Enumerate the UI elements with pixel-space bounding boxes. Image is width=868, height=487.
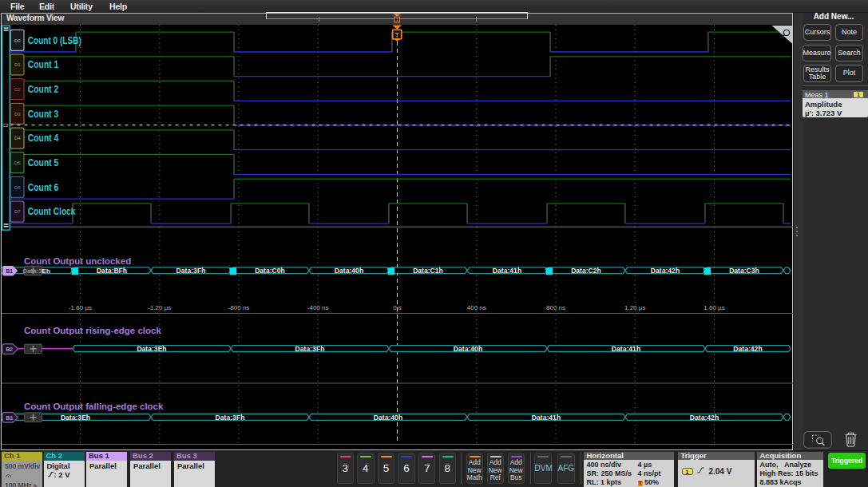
svg-text:Data:42h: Data:42h	[733, 344, 762, 352]
svg-text:D2: D2	[14, 86, 21, 91]
svg-text:D7: D7	[14, 209, 21, 214]
svg-text:-1.60 µs: -1.60 µs	[69, 303, 92, 311]
svg-text:D6: D6	[14, 184, 21, 189]
svg-text:Count 4: Count 4	[28, 132, 59, 144]
svg-text:-1.20 µs: -1.20 µs	[148, 303, 171, 311]
svg-text:Data:42h: Data:42h	[651, 267, 680, 275]
svg-text:D5: D5	[14, 160, 21, 164]
svg-text:Data:C0h: Data:C0h	[255, 267, 285, 275]
svg-text:Count 0 (LSB): Count 0 (LSB)	[28, 34, 81, 46]
svg-text:Data:3Fh: Data:3Fh	[295, 344, 325, 352]
svg-text:Data:3Fh: Data:3Fh	[176, 267, 206, 275]
svg-text:T: T	[395, 30, 400, 38]
svg-text:Count 1: Count 1	[28, 58, 59, 70]
svg-text:Count Output rising-edge clock: Count Output rising-edge clock	[24, 325, 161, 335]
svg-text:0 s: 0 s	[393, 303, 402, 311]
svg-text:Data:C1h: Data:C1h	[413, 267, 443, 275]
svg-text:Data:BFh: Data:BFh	[97, 267, 127, 275]
svg-text:D1: D1	[14, 62, 21, 67]
svg-text:-800 ns: -800 ns	[228, 303, 250, 311]
svg-text:Data:40h: Data:40h	[454, 344, 482, 352]
svg-text:D4: D4	[14, 136, 21, 141]
svg-text:Data:40h: Data:40h	[374, 413, 402, 421]
svg-text:Data:40h: Data:40h	[335, 267, 363, 275]
svg-text:1.60 µs: 1.60 µs	[704, 303, 724, 311]
svg-text:-400 ns: -400 ns	[307, 303, 329, 311]
svg-text:D3: D3	[14, 111, 21, 116]
svg-text:Count 5: Count 5	[28, 156, 59, 168]
svg-text:Count 3: Count 3	[28, 107, 59, 119]
svg-text:Count Clock: Count Clock	[28, 205, 76, 217]
svg-text:B2: B2	[6, 346, 14, 352]
svg-text:Count 6: Count 6	[28, 180, 59, 192]
svg-text:C2: C2	[2, 123, 8, 128]
svg-text:Data:3Eh: Data:3Eh	[61, 413, 90, 421]
svg-text:Data:C2h: Data:C2h	[571, 267, 601, 275]
svg-text:B1: B1	[6, 268, 14, 274]
svg-text:Count 2: Count 2	[28, 82, 59, 94]
svg-text:Data:C3h: Data:C3h	[729, 267, 759, 275]
svg-text:B3: B3	[6, 414, 14, 420]
svg-text:D0: D0	[14, 38, 21, 42]
svg-text:Data:3Fh: Data:3Fh	[216, 413, 245, 421]
svg-text:Data:3Eh: Data:3Eh	[137, 344, 166, 352]
svg-text:Data:41h: Data:41h	[493, 267, 521, 275]
svg-text:1.20 µs: 1.20 µs	[624, 303, 645, 311]
svg-text:Data:42h: Data:42h	[690, 413, 719, 421]
svg-text:Count Output falling-edge cloc: Count Output falling-edge clock	[24, 402, 164, 411]
svg-text:Count Output unclocked: Count Output unclocked	[24, 255, 131, 265]
svg-text:400 ns: 400 ns	[467, 303, 486, 311]
svg-text:800 ns: 800 ns	[546, 303, 565, 311]
svg-text:Data:3Eh: Data:3Eh	[22, 267, 50, 275]
svg-text:Data:41h: Data:41h	[532, 413, 561, 421]
svg-text:Data:41h: Data:41h	[612, 344, 640, 352]
